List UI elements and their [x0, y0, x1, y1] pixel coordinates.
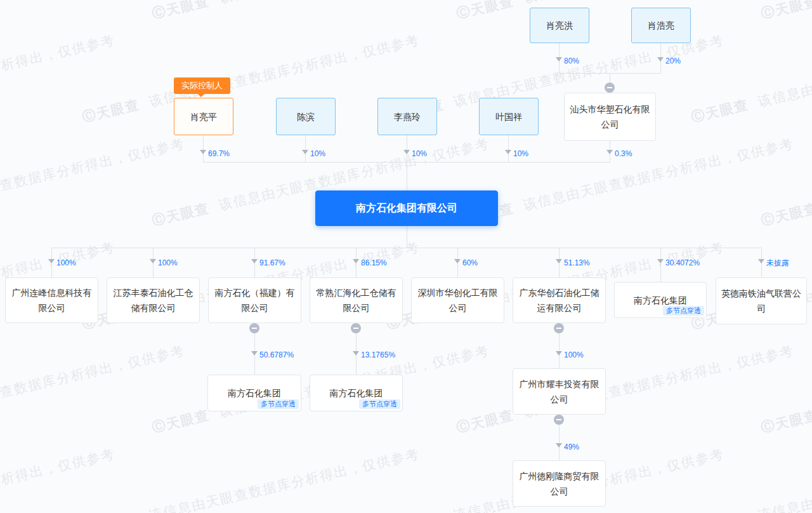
focus-company-node[interactable]: 南方石化集团有限公司	[315, 190, 498, 226]
collapse-icon[interactable]	[554, 323, 564, 333]
node-label: 南方石化集团	[228, 385, 281, 401]
ownership-percent-label: 0.3%	[615, 149, 632, 158]
company-node-shenzhen-huachuang[interactable]: 深圳市华创化工有限公司	[411, 277, 504, 323]
connector-line	[305, 135, 306, 162]
person-node-xiao-lianghong[interactable]: 肖亮洪	[530, 8, 589, 43]
node-label: 南方石化（福建）有限公司	[214, 285, 296, 316]
ownership-percent-label: 80%	[564, 57, 579, 65]
node-label: 深圳市华创化工有限公司	[417, 285, 499, 316]
connector-line	[660, 248, 661, 282]
ownership-percent-label: 10%	[412, 149, 427, 158]
tianyancha-logo-watermark: Ⓒ天眼查	[759, 0, 812, 21]
arrow-down-icon	[657, 259, 664, 263]
company-node-guangzhou-yaofeng[interactable]: 广州市耀丰投资有限公司	[513, 368, 606, 415]
ownership-percent-label: 60%	[462, 258, 478, 267]
ownership-percent-label: 50.6787%	[259, 350, 294, 359]
node-label: 江苏丰泰石油化工仓储有限公司	[112, 285, 194, 316]
connector-line	[203, 135, 204, 162]
arrow-down-icon	[556, 443, 562, 448]
person-node-chen-bin[interactable]: 陈滨	[276, 98, 336, 135]
company-node-shantou-huasu[interactable]: 汕头市华塑石化有限公司	[564, 93, 656, 141]
arrow-down-icon	[606, 150, 613, 154]
collapse-icon[interactable]	[249, 323, 259, 333]
node-label: 南方石化集团有限公司	[356, 201, 457, 216]
arrow-down-icon	[251, 259, 258, 263]
arrow-down-icon	[758, 259, 764, 263]
arrow-down-icon	[556, 259, 562, 263]
watermark-disclaimer: 该信息由天眼查数据库分析得出，仅供参考	[0, 343, 187, 420]
watermark: Ⓒ天眼查该信息由天眼查数据库分析得出，仅供参考	[759, 0, 812, 23]
node-label: 陈滨	[297, 109, 315, 124]
tianyancha-logo-watermark: Ⓒ天眼查	[81, 97, 141, 124]
watermark: Ⓒ天眼查该信息由天眼查数据库分析得出，仅供参考	[690, 445, 812, 513]
connector-line	[508, 135, 509, 162]
watermark: Ⓒ天眼查该信息由天眼查数据库分析得出，仅供参考	[0, 445, 117, 513]
node-label: 广东华创石油化工储运有限公司	[518, 285, 600, 316]
ownership-percent-label: 20%	[665, 57, 681, 65]
company-node-nanfang-group-2[interactable]: 南方石化集团多节点穿透	[207, 375, 301, 411]
watermark-disclaimer: 该信息由天眼查数据库分析得出，仅供参考	[0, 0, 187, 5]
tianyancha-logo-watermark: Ⓒ天眼查	[150, 201, 211, 228]
tianyancha-logo-watermark: Ⓒ天眼查	[81, 511, 141, 513]
watermark: Ⓒ天眼查该信息由天眼查数据库分析得出，仅供参考	[455, 342, 796, 437]
multi-node-penetrate-badge[interactable]: 多节点穿透	[359, 399, 400, 409]
watermark: Ⓒ天眼查该信息由天眼查数据库分析得出，仅供参考	[759, 135, 812, 230]
node-label: 南方石化集团	[330, 385, 383, 401]
company-node-changshu-huihai[interactable]: 常熟汇海化工仓储有限公司	[310, 277, 403, 323]
arrow-down-icon	[657, 57, 664, 62]
node-label: 李燕玲	[394, 109, 421, 124]
collapse-icon[interactable]	[605, 83, 615, 93]
arrow-down-icon	[454, 259, 461, 263]
node-label: 叶国祥	[495, 109, 522, 124]
watermark: Ⓒ天眼查该信息由天眼查数据库分析得出，仅供参考	[0, 342, 187, 437]
company-node-nanfang-group-3[interactable]: 南方石化集团多节点穿透	[310, 375, 403, 411]
watermark: Ⓒ天眼查该信息由天眼查数据库分析得出，仅供参考	[759, 342, 812, 437]
collapse-icon[interactable]	[554, 415, 564, 425]
watermark-disclaimer: 该信息由天眼查数据库分析得出，仅供参考	[148, 446, 421, 513]
company-node-guangzhou-lianfeng[interactable]: 广州连峰信息科技有限公司	[5, 277, 98, 323]
ownership-percent-label: 100%	[158, 258, 178, 267]
arrow-down-icon	[200, 150, 206, 154]
watermark: Ⓒ天眼查该信息由天眼查数据库分析得出，仅供参考	[81, 31, 421, 126]
ownership-percent-label: 100%	[564, 350, 584, 359]
watermark-disclaimer: 该信息由天眼查数据库分析得出，仅供参考	[0, 136, 187, 213]
tianyancha-logo-watermark: Ⓒ天眼查	[150, 0, 211, 21]
tianyancha-logo-watermark: Ⓒ天眼查	[150, 408, 211, 435]
person-node-xiao-liangping[interactable]: 肖亮平	[174, 98, 233, 135]
company-node-guangdong-huachuang[interactable]: 广东华创石油化工储运有限公司	[513, 277, 606, 323]
person-node-li-yanling[interactable]: 李燕玲	[377, 98, 437, 135]
watermark: Ⓒ天眼查该信息由天眼查数据库分析得出，仅供参考	[455, 0, 796, 23]
ownership-percent-label: 49%	[564, 443, 579, 451]
connector-line	[407, 162, 407, 190]
watermark: Ⓒ天眼查该信息由天眼查数据库分析得出，仅供参考	[81, 445, 421, 513]
connector-line	[559, 73, 661, 74]
connector-line	[407, 135, 407, 162]
company-node-nanfang-group-1[interactable]: 南方石化集团多节点穿透	[614, 282, 707, 318]
connector-line	[51, 248, 761, 248]
watermark-disclaimer: 该信息由天眼查数据库分析得出，仅供参考	[757, 446, 812, 513]
arrow-down-icon	[556, 351, 562, 356]
ownership-percent-label: 10%	[310, 149, 325, 158]
node-label: 南方石化集团	[634, 293, 687, 308]
company-node-nanfang-fujian[interactable]: 南方石化（福建）有限公司	[208, 277, 301, 323]
tianyancha-logo-watermark: Ⓒ天眼查	[385, 511, 445, 513]
ownership-percent-label: 13.1765%	[361, 350, 395, 359]
company-node-guangzhou-deganglong[interactable]: 广州德刚隆商贸有限公司	[513, 460, 606, 507]
person-node-xiao-haoliang[interactable]: 肖浩亮	[631, 8, 691, 43]
actual-controller-tag: 实际控制人	[174, 77, 230, 94]
node-label: 汕头市华塑石化有限公司	[570, 102, 650, 132]
connector-line	[203, 162, 610, 163]
company-node-jiangsu-fengtai[interactable]: 江苏丰泰石油化工仓储有限公司	[107, 277, 200, 323]
person-node-ye-guoxiang[interactable]: 叶国祥	[479, 98, 539, 135]
arrow-down-icon	[48, 259, 55, 263]
tianyancha-logo-watermark: Ⓒ天眼查	[455, 408, 515, 435]
multi-node-penetrate-badge[interactable]: 多节点穿透	[258, 399, 299, 409]
watermark-disclaimer: 该信息由天眼查数据库分析得出，仅供参考	[757, 32, 812, 109]
multi-node-penetrate-badge[interactable]: 多节点穿透	[663, 306, 704, 316]
tianyancha-logo-watermark: Ⓒ天眼查	[759, 201, 812, 228]
arrow-down-icon	[556, 57, 562, 62]
collapse-icon[interactable]	[351, 323, 361, 333]
company-node-yingde-nantie[interactable]: 英德南铁油气联营公司	[716, 277, 807, 324]
ownership-percent-label: 10%	[513, 149, 528, 158]
arrow-down-icon	[302, 150, 308, 154]
